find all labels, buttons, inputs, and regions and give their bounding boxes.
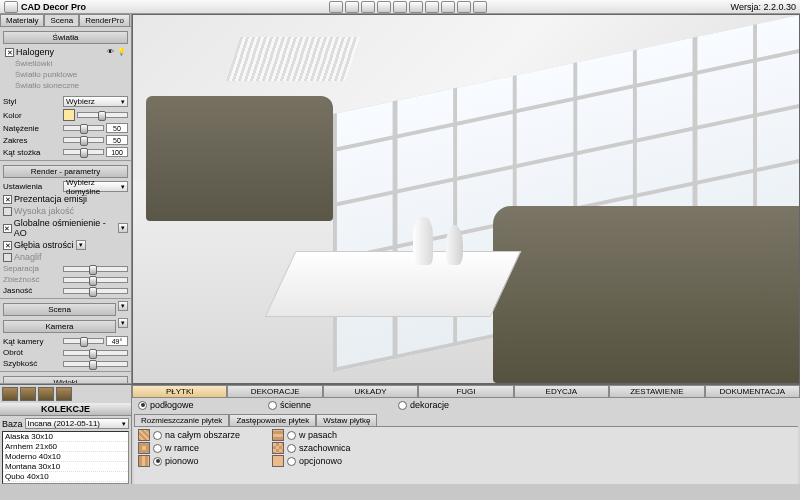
cone-value[interactable]: 100 — [106, 147, 128, 157]
tb-btn-1[interactable] — [329, 1, 343, 13]
label-optional: opcjonowo — [299, 456, 342, 466]
style-choose-button[interactable]: Wybierz — [63, 96, 128, 107]
scene-vase-1 — [413, 217, 433, 265]
radio-chess[interactable] — [287, 444, 296, 453]
label-vertical: pionowo — [165, 456, 199, 466]
sub-tab-wstaw[interactable]: Wstaw płytkę — [316, 414, 377, 426]
settings-combo[interactable]: Wybierz domyślne — [63, 181, 128, 192]
kol-item-6[interactable]: Retro 19x6 — [3, 482, 128, 484]
tab-materialy[interactable]: Materiały — [0, 14, 44, 26]
color-slider[interactable] — [77, 112, 128, 118]
sub-tabs: Rozmieszczanie płytek Zastępowanie płyte… — [132, 412, 800, 426]
light-group-halogeny[interactable]: Halogeny👁💡 — [3, 46, 128, 58]
kol-item-3[interactable]: Moderno 40x10 — [3, 452, 128, 462]
sidebar-tabs: Materiały Scena RenderPro — [0, 14, 131, 27]
panel-kamera-title[interactable]: Kamera — [3, 320, 116, 333]
render-viewport[interactable] — [132, 14, 800, 384]
range-slider[interactable] — [63, 137, 104, 143]
kol-item-1[interactable]: Alaska 30x10 — [3, 432, 128, 442]
radio-stripes[interactable] — [287, 431, 296, 440]
type-label-scienne: ścienne — [280, 400, 311, 410]
intensity-slider[interactable] — [63, 125, 104, 131]
tb-btn-9[interactable] — [457, 1, 471, 13]
dof-expand-icon[interactable]: ▾ — [76, 240, 86, 250]
panel-scena-title[interactable]: Scena — [3, 303, 116, 316]
intensity-value[interactable]: 50 — [106, 123, 128, 133]
chk-dof[interactable] — [3, 241, 12, 250]
mat-thumb-1[interactable] — [2, 387, 18, 401]
cam-angle-value[interactable]: 49° — [106, 336, 128, 346]
radio-vertical[interactable] — [153, 457, 162, 466]
visible-icon[interactable]: 👁 — [107, 48, 116, 56]
cam-rot-slider[interactable] — [63, 350, 128, 356]
tb-btn-6[interactable] — [409, 1, 423, 13]
ao-expand-icon[interactable]: ▾ — [118, 223, 128, 233]
bot-tab-zestawienie[interactable]: ZESTAWIENIE — [609, 385, 704, 398]
mat-thumb-2[interactable] — [20, 387, 36, 401]
bottom-tabs: PŁYTKI DEKORACJE UKŁADY FUGI EDYCJA ZEST… — [132, 385, 800, 398]
mat-thumb-4[interactable] — [56, 387, 72, 401]
bot-tab-fugi[interactable]: FUGI — [418, 385, 513, 398]
type-label-dekoracje: dekoracje — [410, 400, 449, 410]
swatch-vertical — [138, 455, 150, 467]
cam-angle-slider[interactable] — [63, 338, 104, 344]
sub-tab-zast[interactable]: Zastępowanie płytek — [229, 414, 316, 426]
scena-collapse-icon[interactable]: ▾ — [118, 301, 128, 311]
bright-slider[interactable] — [63, 288, 128, 294]
radio-whole-area[interactable] — [153, 431, 162, 440]
bright-label: Jasność — [3, 286, 61, 295]
light-icon[interactable]: 💡 — [117, 48, 126, 56]
cam-speed-label: Szybkość — [3, 359, 61, 368]
light-item-1[interactable]: Świetlówki — [3, 58, 128, 69]
baza-combo[interactable]: Incana (2012-05-11) — [25, 418, 129, 429]
light-color-swatch[interactable] — [63, 109, 75, 121]
type-radio-scienne[interactable] — [268, 401, 277, 410]
kol-item-2[interactable]: Arnhem 21x60 — [3, 442, 128, 452]
type-label-podlogowe: podłogowe — [150, 400, 194, 410]
tb-btn-10[interactable] — [473, 1, 487, 13]
cone-slider[interactable] — [63, 149, 104, 155]
range-value[interactable]: 50 — [106, 135, 128, 145]
tb-btn-3[interactable] — [361, 1, 375, 13]
kol-item-5[interactable]: Qubo 40x10 — [3, 472, 128, 482]
tb-btn-5[interactable] — [393, 1, 407, 13]
bot-tab-plytki[interactable]: PŁYTKI — [132, 385, 227, 398]
chk-emission[interactable] — [3, 195, 12, 204]
bot-tab-dekoracje[interactable]: DEKORACJE — [227, 385, 322, 398]
tb-btn-7[interactable] — [425, 1, 439, 13]
conv-slider — [63, 277, 128, 283]
type-radio-dekoracje[interactable] — [398, 401, 407, 410]
light-item-3[interactable]: Światło słoneczne — [3, 80, 128, 91]
light-group-label: Halogeny — [16, 47, 54, 57]
mat-thumb-3[interactable] — [38, 387, 54, 401]
chk-hq[interactable] — [3, 207, 12, 216]
sub-tab-rozm[interactable]: Rozmieszczanie płytek — [134, 414, 229, 426]
scene-sofa-left — [146, 96, 332, 221]
kamera-collapse-icon[interactable]: ▾ — [118, 318, 128, 328]
bot-tab-edycja[interactable]: EDYCJA — [514, 385, 609, 398]
kol-item-4[interactable]: Montana 30x10 — [3, 462, 128, 472]
bot-tab-dokumentacja[interactable]: DOKUMENTACJA — [705, 385, 800, 398]
tb-btn-8[interactable] — [441, 1, 455, 13]
tb-btn-2[interactable] — [345, 1, 359, 13]
light-item-2[interactable]: Światło punktowe — [3, 69, 128, 80]
chk-ao[interactable] — [3, 224, 12, 233]
tb-btn-4[interactable] — [377, 1, 391, 13]
swatch-frame — [138, 442, 150, 454]
tab-renderpro[interactable]: RenderPro — [79, 14, 130, 26]
radio-frame[interactable] — [153, 444, 162, 453]
expand-icon[interactable] — [5, 48, 14, 57]
cone-label: Kąt stożka — [3, 148, 61, 157]
conv-label: Zbieżność — [3, 275, 61, 284]
label-whole-area: na całym obszarze — [165, 430, 240, 440]
cam-speed-slider[interactable] — [63, 361, 128, 367]
bot-tab-uklady[interactable]: UKŁADY — [323, 385, 418, 398]
kolekcje-list[interactable]: Alaska 30x10 Arnhem 21x60 Moderno 40x10 … — [2, 431, 129, 484]
panel-lights-title: Światła — [3, 31, 128, 44]
kolekcje-header: KOLEKCJE — [0, 403, 131, 416]
tab-scena[interactable]: Scena — [44, 14, 79, 26]
scene-sofa-right — [493, 206, 799, 383]
chk-anaglif[interactable] — [3, 253, 12, 262]
type-radio-podlogowe[interactable] — [138, 401, 147, 410]
radio-optional[interactable] — [287, 457, 296, 466]
